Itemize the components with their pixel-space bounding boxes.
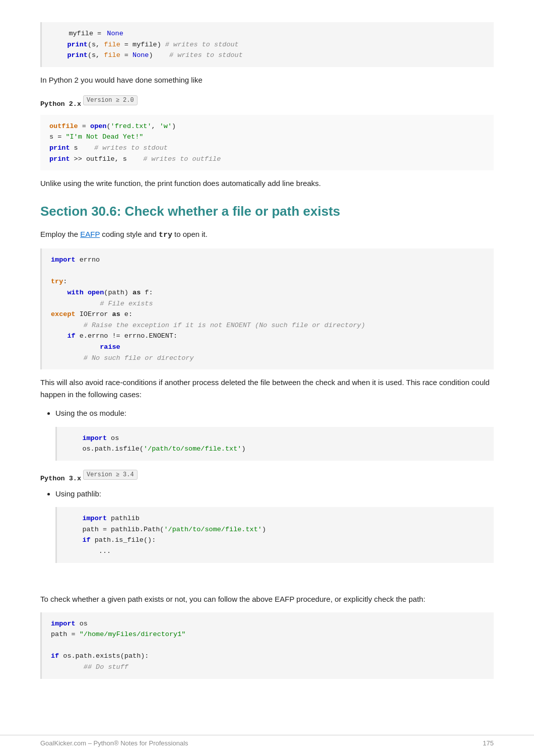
python3x-version-row: Python 3.x Version ≥ 3.4 <box>40 468 494 482</box>
code-block-try-except: import errno try: with open(path) as f: … <box>40 248 494 369</box>
code-block-os: import os os.path.isfile('/path/to/some/… <box>55 427 494 461</box>
code-block-myfile: myfile = None print(s, file = myfile) # … <box>40 22 494 67</box>
code-block-python2: outfile = open('fred.txt', 'w') s = "I'm… <box>40 115 494 170</box>
bullet-list-pathlib: Using pathlib: <box>55 487 494 500</box>
intro-paragraph: In Python 2 you would have done somethin… <box>40 74 494 86</box>
avoid-paragraph: This will also avoid race-conditions if … <box>40 376 494 401</box>
code-block-final: import os path = "/home/myFiles/director… <box>40 612 494 679</box>
bullet-item-pathlib: Using pathlib: <box>55 487 494 500</box>
python2x-label: Python 2.x <box>40 100 81 108</box>
footer: GoalKicker.com – Python® Notes for Profe… <box>0 735 534 747</box>
python2x-version-badge: Version ≥ 2.0 <box>83 95 138 105</box>
python2x-version-row: Python 2.x Version ≥ 2.0 <box>40 93 494 108</box>
footer-left: GoalKicker.com – Python® Notes for Profe… <box>40 739 188 747</box>
employ-prefix: Employ the <box>40 230 80 238</box>
code-block-pathlib: import pathlib path = pathlib.Path('/pat… <box>55 507 494 562</box>
employ-suffix: to open it. <box>172 230 208 238</box>
footer-right: 175 <box>483 739 494 747</box>
section-heading: Section 30.6: Check whether a file or pa… <box>40 204 494 219</box>
check-paragraph: To check whether a given path exists or … <box>40 593 494 605</box>
eafp-link[interactable]: EAFP <box>80 230 100 238</box>
unlike-paragraph: Unlike using the write function, the pri… <box>40 177 494 190</box>
employ-paragraph: Employ the EAFP coding style and try to … <box>40 228 494 241</box>
employ-middle: coding style and <box>100 230 159 238</box>
python3x-label: Python 3.x <box>40 475 81 482</box>
bullet-list: Using the os module: <box>55 407 494 420</box>
python3x-version-badge: Version ≥ 3.4 <box>83 470 138 480</box>
try-keyword: try <box>159 231 172 239</box>
bullet-item-os: Using the os module: <box>55 407 494 420</box>
